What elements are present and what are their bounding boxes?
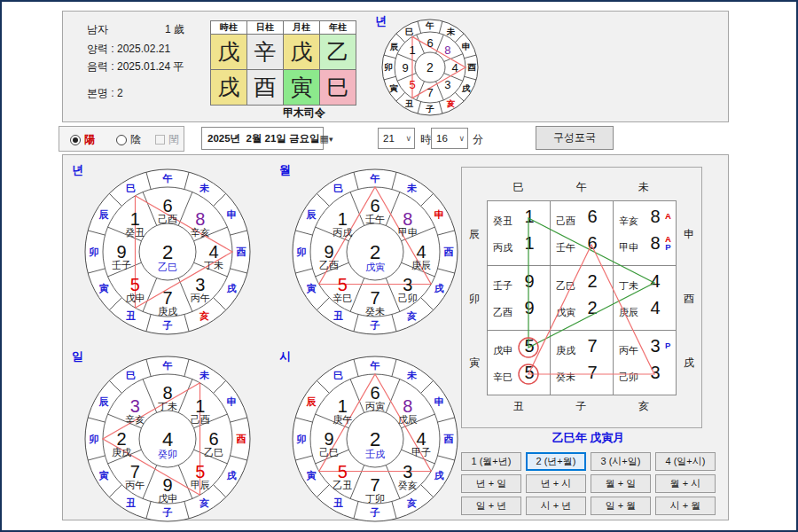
radio-yin[interactable]: 陰 [116, 132, 141, 147]
svg-text:8: 8 [403, 209, 412, 229]
svg-text:辰: 辰 [98, 396, 110, 407]
grid-branch-label: 未 [637, 180, 651, 195]
pillar-cell: 寅 [284, 70, 319, 105]
combination-button[interactable]: 시 + 월 [655, 497, 716, 515]
hour-unit-label: 時 [420, 132, 431, 147]
svg-text:7: 7 [370, 288, 379, 308]
svg-text:巳: 巳 [333, 183, 343, 193]
svg-text:亥: 亥 [199, 310, 209, 321]
svg-text:丙戌: 丙戌 [332, 227, 352, 238]
combination-button[interactable]: 일 + 년 [461, 497, 521, 515]
svg-text:申: 申 [462, 42, 471, 51]
month-chart: 午未申酉戌亥子丑寅卯辰巳6壬午8甲申4庚辰3己卯7癸未5辛巳9乙酉1丙戌2戊寅 [291, 168, 459, 336]
svg-text:丁未: 丁未 [204, 260, 223, 270]
combination-button[interactable]: 1 (월+년) [461, 452, 521, 471]
svg-text:9: 9 [324, 429, 333, 449]
checkbox-leap[interactable]: 閏 [155, 132, 179, 147]
svg-text:甲辰: 甲辰 [191, 480, 210, 490]
svg-text:9: 9 [116, 242, 126, 262]
svg-text:寅: 寅 [307, 283, 317, 294]
svg-text:子: 子 [162, 320, 173, 331]
grid-cell: 己酉6壬午6 [551, 201, 614, 266]
combination-button[interactable]: 월 + 일 [591, 474, 651, 493]
solar-date-label: 양력 : 2025.02.21 [87, 42, 170, 57]
svg-text:申: 申 [226, 209, 236, 220]
hour-chart-label: 시 [279, 348, 291, 364]
grid-branch-label: 子 [575, 399, 589, 414]
svg-text:6: 6 [208, 429, 218, 449]
svg-text:壬午: 壬午 [365, 214, 385, 224]
combination-button[interactable]: 3 (시+일) [591, 452, 651, 471]
grid-cell: 丙午3P己卯3 [614, 331, 676, 395]
svg-text:午: 午 [370, 173, 380, 184]
svg-text:9: 9 [162, 475, 172, 495]
pillar-cell: 戌 [211, 70, 246, 105]
grid-cell: 戊申5辛巳5 [488, 331, 551, 395]
svg-text:1: 1 [338, 209, 348, 229]
svg-text:4: 4 [208, 242, 218, 262]
grid-branch-label: 寅 [467, 356, 481, 371]
svg-text:5: 5 [410, 78, 416, 91]
svg-text:未: 未 [446, 27, 456, 36]
svg-text:6: 6 [426, 36, 433, 50]
svg-text:甲申: 甲申 [398, 227, 418, 238]
grid-cell: 辛亥8A甲申8AP [614, 201, 676, 266]
svg-text:卯: 卯 [89, 246, 99, 257]
svg-text:丑: 丑 [126, 310, 136, 321]
svg-text:3: 3 [130, 396, 140, 416]
combination-button[interactable]: 시 + 년 [526, 497, 586, 515]
svg-text:癸亥: 癸亥 [398, 480, 418, 490]
combination-button[interactable]: 4 (일+시) [655, 452, 716, 471]
svg-text:8: 8 [403, 396, 412, 416]
grid-branch-label: 亥 [637, 399, 651, 414]
svg-text:戊寅: 戊寅 [365, 262, 385, 272]
date-picker-value: 2025년 2월 21일 금요일 [202, 132, 320, 145]
pillar-cell: 戊 [284, 35, 319, 69]
combination-button[interactable]: 년 + 시 [526, 474, 586, 493]
svg-text:3: 3 [403, 275, 412, 294]
svg-text:寅: 寅 [307, 470, 317, 481]
hour-select[interactable]: 21 ∨ [378, 128, 415, 149]
svg-text:癸卯: 癸卯 [158, 449, 177, 459]
svg-text:壬戌: 壬戌 [365, 449, 385, 459]
grid-cell: 丁未4庚辰4 [614, 266, 676, 331]
svg-text:丁卯: 丁卯 [365, 493, 385, 504]
svg-text:5: 5 [338, 275, 348, 294]
svg-text:己卯: 己卯 [398, 293, 418, 303]
svg-text:4: 4 [451, 61, 458, 74]
svg-text:戊辰: 戊辰 [398, 414, 418, 425]
svg-text:亥: 亥 [446, 98, 456, 108]
svg-text:丙午: 丙午 [191, 293, 210, 303]
checkbox-leap-label: 閏 [168, 132, 179, 147]
svg-text:1: 1 [410, 43, 416, 57]
gusung-pogug-button[interactable]: 구성포국 [536, 126, 614, 150]
svg-text:卯: 卯 [296, 434, 307, 444]
svg-text:己酉: 己酉 [158, 214, 177, 224]
date-picker[interactable]: 2025년 2월 21일 금요일 ▦▾ [201, 127, 324, 150]
calendar-icon[interactable]: ▦▾ [320, 133, 337, 145]
radio-yin-circle [116, 135, 127, 145]
hour-chart: 午未申酉戌亥子丑寅卯辰巳6丙寅8戊辰4甲子3癸亥7丁卯5乙丑9己巳1庚午2壬戌 [291, 355, 459, 523]
svg-text:亥: 亥 [199, 497, 209, 508]
combination-button[interactable]: 월 + 시 [655, 474, 716, 493]
combination-button[interactable]: 일 + 월 [591, 497, 651, 515]
day-chart: 午未申酉戌亥子丑寅卯辰巳8丁未1己酉6乙巳5甲辰9戊申7丙午2庚戌3辛亥4癸卯 [83, 355, 252, 523]
svg-text:乙巳: 乙巳 [204, 447, 223, 458]
magic-square-table: 癸丑1丙戌1己酉6壬午6辛亥8A甲申8AP壬子9乙酉9乙巳2戊寅2丁未4庚辰4戊… [487, 200, 677, 395]
pillar-cell: 乙 [320, 35, 356, 69]
grid-branch-label: 辰 [467, 227, 481, 242]
svg-text:庚午: 庚午 [332, 414, 352, 425]
radio-yang[interactable]: 陽 [70, 132, 95, 147]
svg-text:卯: 卯 [89, 434, 99, 444]
lunar-date-label: 음력 : 2025.01.24 平 [87, 59, 184, 74]
combination-button[interactable]: 2 (년+월) [526, 452, 586, 471]
grid-cell: 癸丑1丙戌1 [488, 201, 551, 266]
svg-text:4: 4 [416, 242, 426, 262]
svg-text:酉: 酉 [236, 434, 246, 444]
svg-text:乙丑: 乙丑 [332, 480, 352, 490]
svg-text:6: 6 [370, 383, 379, 403]
svg-text:6: 6 [162, 196, 172, 215]
minute-select[interactable]: 16 ∨ [431, 128, 468, 149]
combination-button[interactable]: 년 + 일 [461, 474, 521, 493]
svg-text:7: 7 [130, 462, 140, 481]
